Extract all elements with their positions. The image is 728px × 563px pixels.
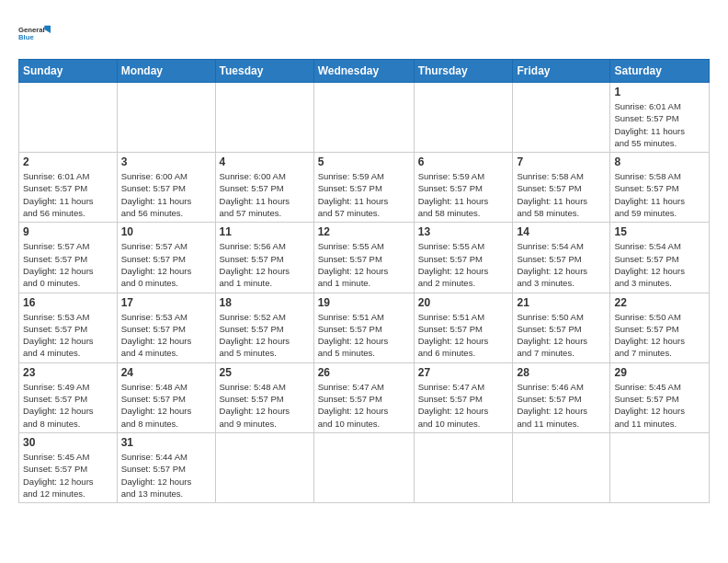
day-info: Sunrise: 5:54 AM Sunset: 5:57 PM Dayligh… <box>517 240 606 289</box>
day-info: Sunrise: 5:58 AM Sunset: 5:57 PM Dayligh… <box>614 170 705 219</box>
calendar-cell <box>19 83 118 153</box>
day-info: Sunrise: 6:01 AM Sunset: 5:57 PM Dayligh… <box>23 170 113 219</box>
calendar-cell: 12Sunrise: 5:55 AM Sunset: 5:57 PM Dayli… <box>313 223 414 293</box>
calendar-body: 1Sunrise: 6:01 AM Sunset: 5:57 PM Daylig… <box>19 83 710 503</box>
day-number: 21 <box>517 296 606 309</box>
day-info: Sunrise: 6:00 AM Sunset: 5:57 PM Dayligh… <box>220 170 310 219</box>
day-number: 31 <box>121 436 211 449</box>
day-number: 27 <box>418 366 509 379</box>
day-info: Sunrise: 5:51 AM Sunset: 5:57 PM Dayligh… <box>418 311 509 360</box>
calendar-week-6: 30Sunrise: 5:45 AM Sunset: 5:57 PM Dayli… <box>19 432 710 502</box>
calendar-cell: 23Sunrise: 5:49 AM Sunset: 5:57 PM Dayli… <box>19 362 118 432</box>
day-number: 18 <box>220 296 310 309</box>
calendar-cell: 22Sunrise: 5:50 AM Sunset: 5:57 PM Dayli… <box>610 293 710 362</box>
day-number: 4 <box>220 155 310 168</box>
day-number: 28 <box>517 366 606 379</box>
calendar-cell: 14Sunrise: 5:54 AM Sunset: 5:57 PM Dayli… <box>513 223 610 293</box>
svg-text:Blue: Blue <box>18 33 34 41</box>
weekday-header-sunday: Sunday <box>19 60 118 83</box>
day-info: Sunrise: 5:56 AM Sunset: 5:57 PM Dayligh… <box>220 240 310 289</box>
calendar-cell: 10Sunrise: 5:57 AM Sunset: 5:57 PM Dayli… <box>117 223 215 293</box>
day-number: 7 <box>517 155 606 168</box>
calendar-cell: 28Sunrise: 5:46 AM Sunset: 5:57 PM Dayli… <box>513 362 610 432</box>
day-info: Sunrise: 5:59 AM Sunset: 5:57 PM Dayligh… <box>318 170 410 219</box>
day-info: Sunrise: 5:53 AM Sunset: 5:57 PM Dayligh… <box>121 311 211 360</box>
calendar-cell: 15Sunrise: 5:54 AM Sunset: 5:57 PM Dayli… <box>610 223 710 293</box>
calendar-cell: 19Sunrise: 5:51 AM Sunset: 5:57 PM Dayli… <box>313 293 414 362</box>
weekday-header-tuesday: Tuesday <box>215 60 313 83</box>
calendar-cell <box>513 432 610 502</box>
day-info: Sunrise: 5:47 AM Sunset: 5:57 PM Dayligh… <box>318 381 410 430</box>
calendar-cell: 9Sunrise: 5:57 AM Sunset: 5:57 PM Daylig… <box>19 223 118 293</box>
calendar-cell: 29Sunrise: 5:45 AM Sunset: 5:57 PM Dayli… <box>610 362 710 432</box>
day-number: 16 <box>23 296 113 309</box>
calendar-cell: 4Sunrise: 6:00 AM Sunset: 5:57 PM Daylig… <box>215 153 313 223</box>
weekday-header-row: SundayMondayTuesdayWednesdayThursdayFrid… <box>19 60 710 83</box>
calendar-table: SundayMondayTuesdayWednesdayThursdayFrid… <box>18 59 710 503</box>
calendar-cell: 17Sunrise: 5:53 AM Sunset: 5:57 PM Dayli… <box>117 293 215 362</box>
calendar-cell: 21Sunrise: 5:50 AM Sunset: 5:57 PM Dayli… <box>513 293 610 362</box>
day-number: 14 <box>517 225 606 238</box>
day-number: 23 <box>23 366 113 379</box>
day-number: 20 <box>418 296 509 309</box>
day-number: 10 <box>121 225 211 238</box>
day-number: 24 <box>121 366 211 379</box>
day-info: Sunrise: 5:46 AM Sunset: 5:57 PM Dayligh… <box>517 381 606 430</box>
day-number: 30 <box>23 436 113 449</box>
day-info: Sunrise: 5:48 AM Sunset: 5:57 PM Dayligh… <box>121 381 211 430</box>
calendar-cell: 27Sunrise: 5:47 AM Sunset: 5:57 PM Dayli… <box>414 362 513 432</box>
calendar-week-3: 9Sunrise: 5:57 AM Sunset: 5:57 PM Daylig… <box>19 223 710 293</box>
calendar-cell <box>313 432 414 502</box>
calendar-cell: 1Sunrise: 6:01 AM Sunset: 5:57 PM Daylig… <box>610 83 710 153</box>
weekday-header-saturday: Saturday <box>610 60 710 83</box>
day-number: 9 <box>23 225 113 238</box>
calendar-week-4: 16Sunrise: 5:53 AM Sunset: 5:57 PM Dayli… <box>19 293 710 362</box>
calendar-header: SundayMondayTuesdayWednesdayThursdayFrid… <box>19 60 710 83</box>
day-number: 25 <box>220 366 310 379</box>
logo: GeneralBlue <box>18 17 51 50</box>
day-info: Sunrise: 5:47 AM Sunset: 5:57 PM Dayligh… <box>418 381 509 430</box>
day-info: Sunrise: 5:49 AM Sunset: 5:57 PM Dayligh… <box>23 381 113 430</box>
day-number: 1 <box>614 86 705 98</box>
day-number: 26 <box>318 366 410 379</box>
calendar-cell: 24Sunrise: 5:48 AM Sunset: 5:57 PM Dayli… <box>117 362 215 432</box>
page-header: GeneralBlue <box>18 17 710 50</box>
svg-text:General: General <box>18 26 45 34</box>
day-number: 2 <box>23 155 113 168</box>
calendar-cell: 30Sunrise: 5:45 AM Sunset: 5:57 PM Dayli… <box>19 432 118 502</box>
calendar-cell <box>313 83 414 153</box>
calendar-cell: 3Sunrise: 6:00 AM Sunset: 5:57 PM Daylig… <box>117 153 215 223</box>
calendar-cell: 25Sunrise: 5:48 AM Sunset: 5:57 PM Dayli… <box>215 362 313 432</box>
day-number: 17 <box>121 296 211 309</box>
calendar-cell: 20Sunrise: 5:51 AM Sunset: 5:57 PM Dayli… <box>414 293 513 362</box>
day-info: Sunrise: 5:50 AM Sunset: 5:57 PM Dayligh… <box>517 311 606 360</box>
day-number: 5 <box>318 155 410 168</box>
calendar-cell <box>215 432 313 502</box>
day-info: Sunrise: 5:45 AM Sunset: 5:57 PM Dayligh… <box>23 451 113 500</box>
day-info: Sunrise: 5:50 AM Sunset: 5:57 PM Dayligh… <box>614 311 705 360</box>
day-info: Sunrise: 5:52 AM Sunset: 5:57 PM Dayligh… <box>220 311 310 360</box>
calendar-cell: 11Sunrise: 5:56 AM Sunset: 5:57 PM Dayli… <box>215 223 313 293</box>
day-number: 15 <box>614 225 705 238</box>
weekday-header-wednesday: Wednesday <box>313 60 414 83</box>
day-number: 29 <box>614 366 705 379</box>
day-info: Sunrise: 5:55 AM Sunset: 5:57 PM Dayligh… <box>318 240 410 289</box>
day-number: 8 <box>614 155 705 168</box>
calendar-cell <box>117 83 215 153</box>
day-number: 19 <box>318 296 410 309</box>
day-info: Sunrise: 5:53 AM Sunset: 5:57 PM Dayligh… <box>23 311 113 360</box>
calendar-cell: 16Sunrise: 5:53 AM Sunset: 5:57 PM Dayli… <box>19 293 118 362</box>
day-info: Sunrise: 6:01 AM Sunset: 5:57 PM Dayligh… <box>614 100 705 149</box>
calendar-cell: 18Sunrise: 5:52 AM Sunset: 5:57 PM Dayli… <box>215 293 313 362</box>
day-info: Sunrise: 5:57 AM Sunset: 5:57 PM Dayligh… <box>23 240 113 289</box>
calendar-cell: 8Sunrise: 5:58 AM Sunset: 5:57 PM Daylig… <box>610 153 710 223</box>
weekday-header-monday: Monday <box>117 60 215 83</box>
day-number: 11 <box>220 225 310 238</box>
day-info: Sunrise: 5:58 AM Sunset: 5:57 PM Dayligh… <box>517 170 606 219</box>
day-info: Sunrise: 5:51 AM Sunset: 5:57 PM Dayligh… <box>318 311 410 360</box>
day-number: 13 <box>418 225 509 238</box>
day-info: Sunrise: 5:45 AM Sunset: 5:57 PM Dayligh… <box>614 381 705 430</box>
day-number: 12 <box>318 225 410 238</box>
weekday-header-thursday: Thursday <box>414 60 513 83</box>
calendar-cell: 13Sunrise: 5:55 AM Sunset: 5:57 PM Dayli… <box>414 223 513 293</box>
